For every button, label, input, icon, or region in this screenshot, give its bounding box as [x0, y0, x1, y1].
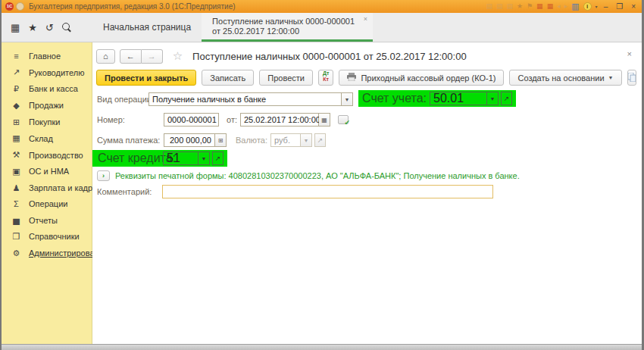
home-section-icon: ≡: [11, 52, 22, 61]
account-debit-open-icon[interactable]: ↗: [501, 92, 512, 105]
directories-book-icon: ❒: [11, 232, 22, 242]
tab-close-icon[interactable]: ×: [364, 15, 367, 23]
account-credit-highlight: Счет кредита: 51 ▼ ↗: [92, 150, 227, 167]
dropdown-caret-icon: ▼: [608, 75, 614, 80]
attachments-button[interactable]: [642, 70, 644, 86]
production-icon: ⚒: [11, 150, 22, 160]
window-titlebar: 1С Бухгалтерия предприятия, редакция 3.0…: [2, 0, 642, 13]
comment-input[interactable]: [162, 185, 493, 198]
amount-field[interactable]: 200 000,00: [164, 133, 215, 147]
info-icon[interactable]: i: [583, 2, 592, 11]
info-caret-icon[interactable]: ▾: [596, 5, 598, 9]
manager-chart-icon: ↗: [11, 67, 22, 77]
sidebar-item-administrirovanie[interactable]: ⚙Администрирование: [2, 245, 92, 261]
operation-dropdown-icon[interactable]: ▼: [342, 92, 353, 106]
tab-home[interactable]: Начальная страница: [92, 13, 202, 42]
sidebar-item-prodazhi[interactable]: ◆Продажи: [2, 97, 92, 114]
account-credit-dropdown-icon[interactable]: ▼: [199, 152, 210, 165]
document-form: × ⌂ ← → ☆ Поступление наличных 0000-0000…: [92, 42, 642, 344]
tab-document-line2: от 25.02.2017 12:00:00: [212, 27, 355, 36]
account-credit-open-icon[interactable]: ↗: [212, 152, 224, 165]
close-window-button[interactable]: ×: [629, 3, 638, 11]
create-based-on-button[interactable]: Создать на основании▼: [509, 70, 621, 86]
document-copy-icon: [628, 73, 636, 83]
minimize-button[interactable]: –: [602, 3, 611, 11]
fixed-assets-icon: ▣: [11, 167, 22, 177]
quick-access-bar: ▦ ★ ↺: [2, 13, 92, 42]
sidebar-item-rukovoditelyu[interactable]: ↗Руководителю: [2, 64, 92, 81]
account-debit-field[interactable]: 50.01: [430, 92, 487, 105]
window-title: Бухгалтерия предприятия, редакция 3.0 (1…: [29, 2, 236, 11]
calculator-icon[interactable]: ▦: [547, 3, 554, 10]
sidebar-item-operatsii[interactable]: ΣОперации: [2, 196, 92, 212]
service-icon-1[interactable]: ▤: [486, 3, 492, 10]
reports-chart-icon: ▅: [11, 215, 22, 225]
next-icon[interactable]: ▸: [564, 3, 568, 10]
favorite-star-icon[interactable]: ☆: [173, 49, 183, 63]
document-copy-button[interactable]: [627, 70, 636, 86]
tab-home-label: Начальная страница: [103, 22, 191, 33]
number-label: Номер:: [97, 115, 164, 124]
sidebar-item-glavnoe[interactable]: ≡Главное: [2, 48, 92, 64]
account-credit-field[interactable]: 51: [163, 152, 199, 165]
history-icon[interactable]: ↺: [45, 23, 54, 33]
account-debit-label: Счет учета:: [362, 92, 427, 105]
sidebar-item-zarplata-i-kadry[interactable]: ♟Зарплата и кадры: [2, 180, 92, 196]
app-secondary-icon: [16, 2, 24, 11]
dt-kt-postings-button[interactable]: Дт Кт: [318, 70, 333, 86]
folder-icon[interactable]: ⚑: [527, 3, 533, 10]
sidebar-item-proizvodstvo[interactable]: ⚒Производство: [2, 147, 92, 164]
sidebar-item-os-i-nma[interactable]: ▣ОС и НМА: [2, 163, 92, 180]
sidebar-item-spravochniki[interactable]: ❒Справочники: [2, 229, 92, 245]
home-button[interactable]: ⌂: [96, 49, 115, 64]
search-icon[interactable]: [62, 23, 72, 33]
requisites-link[interactable]: Реквизиты печатной формы: 40802810302370…: [115, 171, 520, 180]
currency-label: Валюта:: [236, 136, 267, 145]
restore-button[interactable]: ❐: [614, 3, 625, 11]
date-calendar-icon[interactable]: ▦: [319, 113, 330, 127]
currency-dropdown-icon: ▼: [301, 133, 312, 147]
sidebar-item-otchety[interactable]: ▅Отчеты: [2, 212, 92, 229]
forward-button[interactable]: →: [142, 49, 163, 64]
post-and-close-button[interactable]: Провести и закрыть: [96, 70, 196, 86]
service-icon-2[interactable]: ▤: [496, 3, 503, 10]
tab-document[interactable]: Поступление наличных 0000-000001 от 25.0…: [202, 13, 373, 42]
account-debit-dropdown-icon[interactable]: ▼: [487, 92, 499, 105]
printer-icon: [347, 73, 356, 83]
sidebar-item-bank-i-kassa[interactable]: ₽Банк и касса: [2, 81, 92, 98]
page-check-icon[interactable]: [338, 115, 349, 124]
form-title: Поступление наличных 0000-000001 от 25.0…: [192, 51, 467, 62]
sidebar: ≡Главное ↗Руководителю ₽Банк и касса ◆Пр…: [2, 42, 92, 344]
save-button[interactable]: Записать: [202, 70, 254, 86]
sidebar-item-sklad[interactable]: ▦Склад: [2, 130, 92, 147]
app-logo-icon: 1С: [5, 2, 14, 11]
calendar-icon[interactable]: ▦: [536, 3, 543, 10]
cash-order-print-button[interactable]: Приходный кассовый ордер (КО-1): [339, 70, 504, 86]
requisites-expand-icon[interactable]: ›: [97, 170, 110, 181]
favorites-icon[interactable]: ★: [28, 23, 37, 33]
operation-type-field[interactable]: Получение наличных в банке: [148, 92, 342, 106]
prev-icon[interactable]: ◂: [557, 3, 561, 10]
back-button[interactable]: ←: [120, 49, 142, 64]
tab-bar: ▦ ★ ↺ Начальная страница Поступление нал…: [2, 13, 642, 42]
payroll-person-icon: ♟: [11, 183, 22, 193]
favorites-star-icon[interactable]: ★: [517, 3, 523, 10]
operation-type-label: Вид операции:: [97, 95, 148, 104]
form-toolbar: Провести и закрыть Записать Провести Дт …: [96, 70, 638, 86]
main-menu-icon[interactable]: ▦: [11, 23, 20, 33]
currency-field: руб.: [270, 133, 301, 147]
form-close-icon[interactable]: ×: [627, 49, 632, 58]
amount-calculator-icon[interactable]: ⊞: [215, 133, 227, 147]
date-label: от:: [227, 115, 237, 124]
number-field[interactable]: 0000-000001: [164, 113, 219, 127]
date-field[interactable]: 25.02.2017 12:00:00: [240, 113, 319, 127]
currency-open-icon: ↗: [314, 133, 326, 147]
post-button[interactable]: Провести: [259, 70, 313, 86]
bank-cash-icon: ₽: [11, 84, 22, 94]
window-bottom-frame: [2, 344, 642, 350]
account-credit-label: Счет кредита:: [98, 152, 163, 165]
columns-icon[interactable]: ▥: [571, 2, 579, 11]
service-icon-3[interactable]: ▤: [506, 3, 513, 10]
amount-label: Сумма платежа:: [97, 136, 164, 145]
sidebar-item-pokupki[interactable]: ⊞Покупки: [2, 114, 92, 130]
